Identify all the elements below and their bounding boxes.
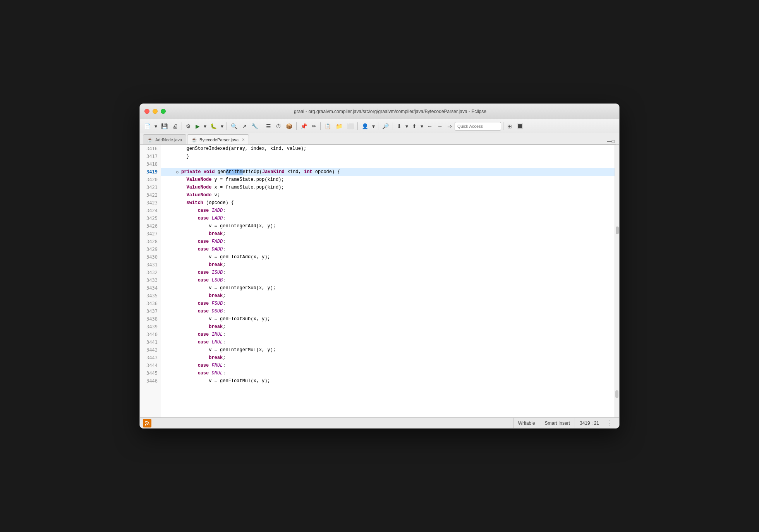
separator-9 — [503, 122, 503, 130]
bytecodeparser-icon: ☕ — [191, 137, 197, 142]
window-controls — [144, 109, 166, 114]
code-line-3442: v = genIntegerMul(x, y); — [161, 346, 615, 354]
line-num-3416: 3416 — [140, 145, 161, 153]
run-config-button[interactable]: ⚙ — [184, 121, 193, 131]
close-button[interactable] — [144, 109, 149, 114]
line-num-3435: 3435 — [140, 292, 161, 300]
code-editor[interactable]: genStoreIndexed(array, index, kind, valu… — [161, 145, 615, 417]
status-menu-icon[interactable]: ⋮ — [604, 419, 616, 427]
separator-1 — [182, 122, 182, 130]
line-num-3430: 3430 — [140, 253, 161, 261]
tab-bytecodeparser[interactable]: ☕ BytecodeParser.java ✕ — [187, 134, 249, 144]
window-title: graal - org.graalvm.compiler.java/src/or… — [166, 109, 615, 114]
run-button[interactable]: ▶ — [194, 121, 202, 131]
save-button[interactable]: 💾 — [159, 121, 170, 131]
scrollbar-thumb-2[interactable] — [615, 390, 618, 398]
perspective-button[interactable]: 🔳 — [515, 121, 525, 131]
code-line-3426: v = genIntegerAdd(x, y); — [161, 222, 615, 230]
line-num-3441: 3441 — [140, 338, 161, 346]
search-button[interactable]: 🔍 — [229, 121, 239, 131]
code-line-3425: case LADD: — [161, 215, 615, 222]
code-line-3441: case LMUL: — [161, 338, 615, 346]
code-line-3424: case IADD: — [161, 207, 615, 215]
back-button[interactable]: ⬇ — [395, 121, 404, 131]
line-num-3433: 3433 — [140, 276, 161, 284]
scrollbar-vertical[interactable] — [615, 145, 619, 417]
quick-access-input[interactable] — [455, 122, 501, 130]
line-num-3427: 3427 — [140, 230, 161, 238]
code-line-3423: switch (opcode) { — [161, 199, 615, 207]
line-num-3428: 3428 — [140, 238, 161, 245]
open-perspective-button[interactable]: ⊞ — [505, 121, 514, 131]
code-line-3430: v = genFloatAdd(x, y); — [161, 253, 615, 261]
profile-button[interactable]: 👤 — [360, 121, 370, 131]
history-button[interactable]: ⏱ — [274, 121, 283, 131]
rss-icon[interactable] — [143, 419, 151, 427]
status-insert-mode: Smart Insert — [540, 418, 575, 428]
edit-button[interactable]: ✏ — [310, 121, 318, 131]
status-bar: Writable Smart Insert 3419 : 21 ⋮ — [140, 417, 619, 428]
tasks-button[interactable]: ☰ — [264, 121, 273, 131]
eclipse-window: graal - org.graalvm.compiler.java/src/or… — [139, 103, 620, 429]
code-line-3446: v = genFloatMul(x, y); — [161, 377, 615, 385]
tab-addnode[interactable]: ☕ AddNode.java — [143, 134, 186, 144]
run-dropdown[interactable]: ▾ — [203, 121, 208, 131]
code-line-3444: case FMUL: — [161, 362, 615, 369]
open-type-button[interactable]: 📋 — [323, 121, 333, 131]
code-line-3437: case DSUB: — [161, 307, 615, 315]
code-line-3443: break; — [161, 354, 615, 362]
line-num-3434: 3434 — [140, 284, 161, 292]
debug-button[interactable]: 🐛 — [208, 121, 219, 131]
navigate-button[interactable]: ↗ — [240, 121, 249, 131]
print-button[interactable]: 🖨 — [170, 121, 180, 131]
open-decl-button[interactable]: ⬜ — [345, 121, 355, 131]
line-num-3438: 3438 — [140, 315, 161, 323]
code-line-3435: break; — [161, 292, 615, 300]
code-line-3428: case FADD: — [161, 238, 615, 245]
forward-dropdown[interactable]: ▾ — [419, 121, 424, 131]
collapse-icon-3419[interactable]: ⊖ — [176, 170, 181, 175]
line-num-3431: 3431 — [140, 261, 161, 269]
code-line-3417: } — [161, 153, 615, 160]
line-num-3446: 3446 — [140, 377, 161, 385]
rss-svg — [144, 420, 150, 426]
code-line-3432: case ISUB: — [161, 269, 615, 276]
code-line-3436: case FSUB: — [161, 300, 615, 307]
next-edit-button[interactable]: → — [435, 121, 445, 131]
scrollbar-thumb[interactable] — [616, 227, 619, 234]
forward-button[interactable]: ⬆ — [410, 121, 419, 131]
open-resource-button[interactable]: 📁 — [334, 121, 344, 131]
maximize-button[interactable] — [161, 109, 166, 114]
min-editor-button[interactable]: — — [607, 139, 612, 144]
code-line-3445: case DMUL: — [161, 369, 615, 377]
minimize-button[interactable] — [153, 109, 158, 114]
code-line-3418 — [161, 160, 615, 168]
separator-8 — [393, 122, 393, 130]
code-line-3416: genStoreIndexed(array, index, kind, valu… — [161, 145, 615, 153]
line-numbers: 3416 3417 3418 3419 3420 3421 3422 3423 … — [140, 145, 161, 417]
line-num-3426: 3426 — [140, 222, 161, 230]
line-num-3440: 3440 — [140, 331, 161, 338]
tab-close-icon[interactable]: ✕ — [242, 137, 245, 142]
new-dropdown[interactable]: ▾ — [153, 121, 158, 131]
profile-dropdown[interactable]: ▾ — [371, 121, 376, 131]
max-editor-button[interactable]: □ — [612, 139, 615, 144]
line-num-3445: 3445 — [140, 369, 161, 377]
repos-button[interactable]: 📦 — [284, 121, 294, 131]
nav-forward-button[interactable]: ⇒ — [445, 121, 454, 131]
new-button[interactable]: 📄 — [142, 121, 153, 131]
line-num-3417: 3417 — [140, 153, 161, 160]
line-num-3429: 3429 — [140, 245, 161, 253]
addnode-icon: ☕ — [147, 137, 153, 142]
separator-6 — [357, 122, 358, 130]
prev-edit-button[interactable]: ← — [425, 121, 434, 131]
marker-button[interactable]: 📌 — [299, 121, 309, 131]
line-num-3420: 3420 — [140, 176, 161, 184]
separator-7 — [378, 122, 378, 130]
refactor-button[interactable]: 🔧 — [249, 121, 260, 131]
back-dropdown[interactable]: ▾ — [404, 121, 409, 131]
status-position: 3419 : 21 — [575, 418, 604, 428]
inspect-button[interactable]: 🔎 — [380, 121, 391, 131]
status-writable: Writable — [513, 418, 540, 428]
debug-dropdown[interactable]: ▾ — [220, 121, 225, 131]
